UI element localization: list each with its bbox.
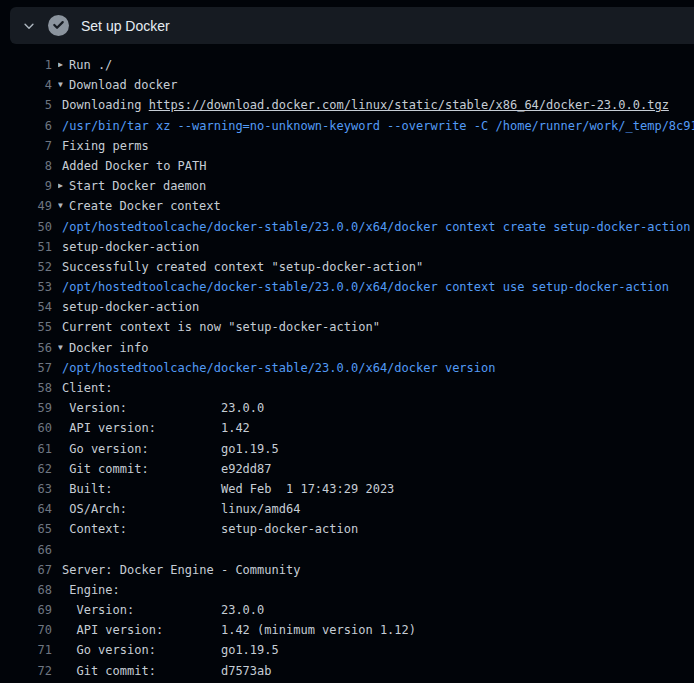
log-group-row[interactable]: 1▶Run ./ xyxy=(0,55,694,75)
group-label: ▼Docker info xyxy=(58,338,694,358)
line-number[interactable]: 55 xyxy=(0,317,52,337)
log-row: 70 API version: 1.42 (minimum version 1.… xyxy=(0,620,694,640)
log-row: 66 xyxy=(0,540,694,560)
line-number[interactable]: 9 xyxy=(0,176,52,196)
log-text xyxy=(58,540,694,560)
line-number[interactable]: 51 xyxy=(0,237,52,257)
line-number[interactable]: 4 xyxy=(0,75,52,95)
log-text: Go version: go1.19.5 xyxy=(58,640,694,660)
log-row: 59 Version: 23.0.0 xyxy=(0,398,694,418)
line-number[interactable]: 63 xyxy=(0,479,52,499)
log-text-segment: Downloading xyxy=(62,98,149,112)
log-row: 64 OS/Arch: linux/amd64 xyxy=(0,499,694,519)
group-label: ▼Download docker xyxy=(58,75,694,95)
line-number[interactable]: 53 xyxy=(0,277,52,297)
line-number[interactable]: 56 xyxy=(0,338,52,358)
log-group-row[interactable]: 56▼Docker info xyxy=(0,338,694,358)
log-row: 52Successfully created context "setup-do… xyxy=(0,257,694,277)
check-circle-icon xyxy=(48,15,69,36)
triangle-expanded-icon: ▼ xyxy=(58,75,69,95)
log-group-row[interactable]: 9▶Start Docker daemon xyxy=(0,176,694,196)
log-text: Client: xyxy=(58,378,694,398)
log-row: 60 API version: 1.42 xyxy=(0,418,694,438)
log-text: Successfully created context "setup-dock… xyxy=(58,257,694,277)
line-number[interactable]: 69 xyxy=(0,600,52,620)
log-text: /opt/hostedtoolcache/docker-stable/23.0.… xyxy=(58,277,694,297)
log-text: OS/Arch: linux/amd64 xyxy=(58,499,694,519)
log-text: API version: 1.42 (minimum version 1.12) xyxy=(58,620,694,640)
log-row: 67Server: Docker Engine - Community xyxy=(0,560,694,580)
log-row: 72 Git commit: d7573ab xyxy=(0,661,694,681)
group-title: Run ./ xyxy=(69,58,112,72)
log-text: API version: 1.42 xyxy=(58,418,694,438)
log-text: Built: Wed Feb 1 17:43:29 2023 xyxy=(58,479,694,499)
group-label: ▶Start Docker daemon xyxy=(58,176,694,196)
line-number[interactable]: 50 xyxy=(0,217,52,237)
line-number[interactable]: 61 xyxy=(0,439,52,459)
group-label: ▼Create Docker context xyxy=(58,196,694,216)
group-title: Docker info xyxy=(69,341,148,355)
log-text: Downloading https://download.docker.com/… xyxy=(58,95,694,115)
line-number[interactable]: 65 xyxy=(0,519,52,539)
log-row: 61 Go version: go1.19.5 xyxy=(0,439,694,459)
log-row: 65 Context: setup-docker-action xyxy=(0,519,694,539)
log-text: Current context is now "setup-docker-act… xyxy=(58,317,694,337)
line-number[interactable]: 59 xyxy=(0,398,52,418)
log-row: 8Added Docker to PATH xyxy=(0,156,694,176)
line-number[interactable]: 71 xyxy=(0,640,52,660)
step-header[interactable]: Set up Docker xyxy=(10,7,694,44)
step-title: Set up Docker xyxy=(81,18,170,34)
log-text: Fixing perms xyxy=(58,136,694,156)
line-number[interactable]: 66 xyxy=(0,540,52,560)
line-number[interactable]: 54 xyxy=(0,297,52,317)
line-number[interactable]: 64 xyxy=(0,499,52,519)
log-row: 57/opt/hostedtoolcache/docker-stable/23.… xyxy=(0,358,694,378)
log-row: 63 Built: Wed Feb 1 17:43:29 2023 xyxy=(0,479,694,499)
line-number[interactable]: 52 xyxy=(0,257,52,277)
log-text: /opt/hostedtoolcache/docker-stable/23.0.… xyxy=(58,217,694,237)
log-row: 5Downloading https://download.docker.com… xyxy=(0,95,694,115)
log-row: 53/opt/hostedtoolcache/docker-stable/23.… xyxy=(0,277,694,297)
line-number[interactable]: 1 xyxy=(0,55,52,75)
log-row: 55Current context is now "setup-docker-a… xyxy=(0,317,694,337)
line-number[interactable]: 8 xyxy=(0,156,52,176)
log-row: 7Fixing perms xyxy=(0,136,694,156)
log-text: Server: Docker Engine - Community xyxy=(58,560,694,580)
triangle-expanded-icon: ▼ xyxy=(58,196,69,216)
log-text: setup-docker-action xyxy=(58,237,694,257)
group-title: Start Docker daemon xyxy=(69,179,206,193)
log-row: 69 Version: 23.0.0 xyxy=(0,600,694,620)
log-row: 50/opt/hostedtoolcache/docker-stable/23.… xyxy=(0,217,694,237)
group-label: ▶Run ./ xyxy=(58,55,694,75)
chevron-down-icon[interactable] xyxy=(20,17,38,35)
log-url-link[interactable]: https://download.docker.com/linux/static… xyxy=(149,98,669,112)
line-number[interactable]: 5 xyxy=(0,95,52,115)
triangle-collapsed-icon: ▶ xyxy=(58,55,69,75)
log-text: Added Docker to PATH xyxy=(58,156,694,176)
line-number[interactable]: 7 xyxy=(0,136,52,156)
line-number[interactable]: 70 xyxy=(0,620,52,640)
log-row: 68 Engine: xyxy=(0,580,694,600)
log-group-row[interactable]: 49▼Create Docker context xyxy=(0,196,694,216)
line-number[interactable]: 68 xyxy=(0,580,52,600)
triangle-collapsed-icon: ▶ xyxy=(58,176,69,196)
log-text: Git commit: e92dd87 xyxy=(58,459,694,479)
log-text: Git commit: d7573ab xyxy=(58,661,694,681)
log-row: 58Client: xyxy=(0,378,694,398)
line-number[interactable]: 62 xyxy=(0,459,52,479)
log-group-row[interactable]: 4▼Download docker xyxy=(0,75,694,95)
log-row: 54setup-docker-action xyxy=(0,297,694,317)
log-text: Version: 23.0.0 xyxy=(58,398,694,418)
line-number[interactable]: 60 xyxy=(0,418,52,438)
line-number[interactable]: 58 xyxy=(0,378,52,398)
line-number[interactable]: 57 xyxy=(0,358,52,378)
log-text: Context: setup-docker-action xyxy=(58,519,694,539)
line-number[interactable]: 67 xyxy=(0,560,52,580)
log-text: /opt/hostedtoolcache/docker-stable/23.0.… xyxy=(58,358,694,378)
line-number[interactable]: 49 xyxy=(0,196,52,216)
log-lines: 1▶Run ./4▼Download docker5Downloading ht… xyxy=(0,44,694,681)
log-text: /usr/bin/tar xz --warning=no-unknown-key… xyxy=(58,116,694,136)
line-number[interactable]: 72 xyxy=(0,661,52,681)
log-text: setup-docker-action xyxy=(58,297,694,317)
line-number[interactable]: 6 xyxy=(0,116,52,136)
